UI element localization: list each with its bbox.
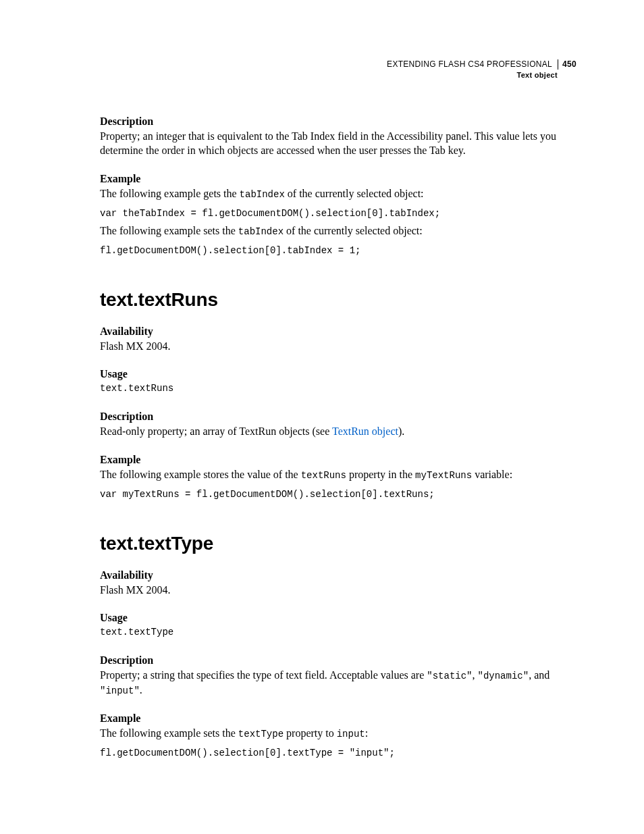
text-run: The following example gets the xyxy=(100,188,240,199)
usage-label: Usage xyxy=(100,368,576,380)
text-run: The following example stores the value o… xyxy=(100,469,301,480)
availability-label: Availability xyxy=(100,325,576,338)
usage-code: text.textRuns xyxy=(100,382,576,396)
example-intro: The following example sets the textType … xyxy=(100,726,576,741)
description-label: Description xyxy=(100,411,576,423)
textrun-object-link[interactable]: TextRun object xyxy=(332,425,398,437)
text-run: : xyxy=(365,727,368,739)
inline-code: input xyxy=(337,729,365,739)
usage-label: Usage xyxy=(100,612,576,624)
example-intro: The following example stores the value o… xyxy=(100,467,576,482)
text-run: of the currently selected object: xyxy=(284,225,423,236)
running-title: EXTENDING FLASH CS4 PROFESSIONAL xyxy=(387,59,558,70)
inline-code: textRuns xyxy=(301,470,346,481)
example-label: Example xyxy=(100,712,576,725)
page-number: 450 xyxy=(558,59,576,69)
inline-code: tabIndex xyxy=(240,189,285,200)
inline-code: "static" xyxy=(427,671,472,681)
example-intro-1: The following example gets the tabIndex … xyxy=(100,186,576,201)
code-block: fl.getDocumentDOM().selection[0].tabInde… xyxy=(100,244,576,258)
running-header: EXTENDING FLASH CS4 PROFESSIONAL450 Text… xyxy=(100,59,576,80)
example-label: Example xyxy=(100,173,576,185)
text-run: property to xyxy=(284,727,337,739)
text-run: The following example sets the xyxy=(100,727,238,739)
inline-code: "dynamic" xyxy=(478,671,529,681)
description-text: Property; a string that specifies the ty… xyxy=(100,668,576,698)
inline-code: textType xyxy=(238,729,284,739)
text-run: , and xyxy=(529,669,549,681)
text-run: . xyxy=(140,684,142,696)
text-run: , xyxy=(473,669,478,681)
code-block: var myTextRuns = fl.getDocumentDOM().sel… xyxy=(100,488,576,502)
page-content: EXTENDING FLASH CS4 PROFESSIONAL450 Text… xyxy=(0,0,644,804)
description-text: Property; an integer that is equivalent … xyxy=(100,129,576,158)
code-block: var theTabIndex = fl.getDocumentDOM().se… xyxy=(100,207,576,221)
description-text: Read-only property; an array of TextRun … xyxy=(100,424,576,439)
availability-text: Flash MX 2004. xyxy=(100,339,576,354)
description-label: Description xyxy=(100,115,576,128)
example-intro-2: The following example sets the tabIndex … xyxy=(100,224,576,238)
inline-code: "input" xyxy=(100,685,140,696)
inline-code: tabIndex xyxy=(238,226,284,237)
availability-text: Flash MX 2004. xyxy=(100,583,576,598)
example-label: Example xyxy=(100,454,576,466)
text-run: The following example sets the xyxy=(100,225,238,236)
api-heading-texttype: text.textType xyxy=(100,533,576,554)
text-run: Read-only property; an array of TextRun … xyxy=(100,425,332,437)
section-name: Text object xyxy=(100,71,576,80)
availability-label: Availability xyxy=(100,569,576,581)
text-run: property in the xyxy=(346,469,415,480)
text-run: of the currently selected object: xyxy=(285,188,424,199)
code-block: fl.getDocumentDOM().selection[0].textTyp… xyxy=(100,746,576,760)
text-run: Property; a string that specifies the ty… xyxy=(100,669,427,681)
text-run: ). xyxy=(398,425,404,437)
description-label: Description xyxy=(100,654,576,667)
text-run: variable: xyxy=(472,469,512,480)
usage-code: text.textType xyxy=(100,625,576,640)
api-heading-textruns: text.textRuns xyxy=(100,289,576,311)
inline-code: myTextRuns xyxy=(415,470,472,481)
